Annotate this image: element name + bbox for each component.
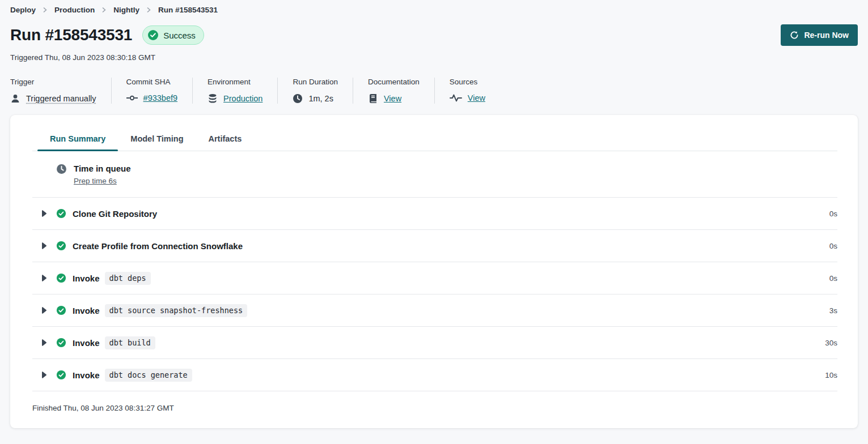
step-label: Invoke bbox=[73, 338, 100, 348]
step-row-create-profile: Create Profile from Connection Snowflake… bbox=[32, 230, 837, 262]
expand-caret-icon[interactable] bbox=[41, 372, 48, 378]
step-duration: 0s bbox=[829, 274, 837, 283]
documentation-view-link[interactable]: View bbox=[384, 94, 401, 103]
breadcrumb-deploy[interactable]: Deploy bbox=[10, 6, 36, 14]
step-row-docs-generate: Invoke dbt docs generate 10s bbox=[32, 359, 837, 391]
breadcrumb-production[interactable]: Production bbox=[54, 6, 95, 14]
tab-model-timing[interactable]: Model Timing bbox=[118, 127, 196, 151]
prep-time-link[interactable]: Prep time 6s bbox=[74, 177, 117, 185]
status-badge-label: Success bbox=[163, 31, 196, 40]
chevron-right-icon bbox=[146, 7, 151, 13]
breadcrumb-nightly[interactable]: Nightly bbox=[113, 6, 139, 14]
expand-caret-icon[interactable] bbox=[41, 307, 48, 314]
step-label: Invoke bbox=[73, 370, 100, 380]
step-duration: 0s bbox=[829, 242, 837, 250]
meta-documentation: Documentation View bbox=[353, 78, 434, 104]
meta-trigger: Trigger Triggered manually bbox=[10, 78, 111, 104]
breadcrumb-current-run: Run #158543531 bbox=[158, 6, 218, 14]
tab-bar: Run Summary Model Timing Artifacts bbox=[32, 127, 837, 151]
sources-view-link[interactable]: View bbox=[468, 93, 485, 103]
refresh-icon bbox=[790, 31, 799, 40]
person-icon bbox=[10, 93, 20, 104]
step-label: Create Profile from Connection Snowflake bbox=[73, 241, 243, 251]
meta-environment: Environment Production bbox=[192, 78, 277, 104]
success-check-icon bbox=[56, 370, 66, 380]
meta-sources-label: Sources bbox=[450, 78, 485, 86]
meta-sources: Sources View bbox=[434, 78, 500, 104]
clock-icon bbox=[293, 93, 303, 104]
success-check-icon bbox=[56, 208, 66, 219]
chevron-right-icon bbox=[101, 7, 107, 13]
expand-caret-icon[interactable] bbox=[41, 339, 48, 346]
page-title: Run #158543531 bbox=[10, 26, 132, 44]
meta-duration-label: Run Duration bbox=[293, 78, 338, 86]
success-check-icon bbox=[56, 305, 66, 315]
commit-sha-link[interactable]: #933bef9 bbox=[143, 93, 177, 103]
step-command-chip: dbt deps bbox=[105, 272, 151, 285]
rerun-now-button[interactable]: Re-run Now bbox=[781, 24, 858, 46]
page-header: Deploy Production Nightly Run #158543531… bbox=[0, 0, 868, 104]
success-check-icon bbox=[56, 241, 66, 251]
step-duration: 30s bbox=[825, 339, 837, 347]
success-check-icon bbox=[147, 29, 159, 41]
expand-caret-icon[interactable] bbox=[41, 242, 48, 249]
success-check-icon bbox=[56, 273, 66, 283]
pulse-icon bbox=[450, 93, 462, 103]
triggered-timestamp: Triggered Thu, 08 Jun 2023 08:30:18 GMT bbox=[10, 53, 858, 62]
meta-trigger-label: Trigger bbox=[10, 78, 96, 86]
breadcrumb: Deploy Production Nightly Run #158543531 bbox=[10, 6, 858, 14]
step-label: Invoke bbox=[73, 274, 100, 283]
step-duration: 3s bbox=[829, 306, 837, 315]
expand-caret-icon[interactable] bbox=[41, 275, 48, 281]
meta-commit-label: Commit SHA bbox=[126, 78, 177, 86]
status-badge: Success bbox=[142, 25, 204, 45]
step-command-chip: dbt docs generate bbox=[105, 369, 192, 382]
step-command-chip: dbt source snapshot-freshness bbox=[105, 304, 248, 317]
commit-icon bbox=[126, 94, 138, 102]
step-label: Invoke bbox=[73, 306, 100, 315]
step-row-clone-git: Clone Git Repository 0s bbox=[32, 198, 837, 230]
queue-title: Time in queue bbox=[74, 164, 131, 173]
book-icon bbox=[368, 93, 378, 104]
run-meta-row: Trigger Triggered manually Commit SHA #9… bbox=[10, 78, 858, 104]
chevron-right-icon bbox=[43, 7, 48, 13]
title-row: Run #158543531 Success Re-run Now bbox=[10, 24, 858, 46]
step-duration: 0s bbox=[829, 210, 837, 218]
step-label: Clone Git Repository bbox=[73, 209, 157, 219]
rerun-now-label: Re-run Now bbox=[804, 31, 849, 40]
step-command-chip: dbt build bbox=[105, 336, 155, 349]
meta-documentation-label: Documentation bbox=[368, 78, 420, 86]
meta-run-duration: Run Duration 1m, 2s bbox=[277, 78, 353, 104]
step-row-source-freshness: Invoke dbt source snapshot-freshness 3s bbox=[32, 294, 837, 327]
database-icon bbox=[208, 93, 218, 104]
finished-timestamp: Finished Thu, 08 Jun 2023 08:31:27 GMT bbox=[32, 391, 837, 412]
tab-artifacts[interactable]: Artifacts bbox=[196, 127, 255, 151]
step-duration: 10s bbox=[825, 371, 837, 379]
expand-caret-icon[interactable] bbox=[41, 210, 48, 217]
queue-clock-icon bbox=[56, 164, 67, 174]
step-row-dbt-deps: Invoke dbt deps 0s bbox=[32, 262, 837, 294]
tab-run-summary[interactable]: Run Summary bbox=[37, 127, 118, 151]
step-row-dbt-build: Invoke dbt build 30s bbox=[32, 327, 837, 359]
time-in-queue-row: Time in queue Prep time 6s bbox=[32, 151, 837, 198]
run-duration-value: 1m, 2s bbox=[308, 94, 333, 103]
run-summary-card: Run Summary Model Timing Artifacts Time … bbox=[10, 115, 858, 428]
success-check-icon bbox=[56, 338, 66, 348]
meta-commit-sha: Commit SHA #933bef9 bbox=[111, 78, 192, 104]
trigger-value[interactable]: Triggered manually bbox=[26, 94, 96, 103]
meta-environment-label: Environment bbox=[208, 78, 262, 86]
environment-link[interactable]: Production bbox=[223, 94, 262, 103]
